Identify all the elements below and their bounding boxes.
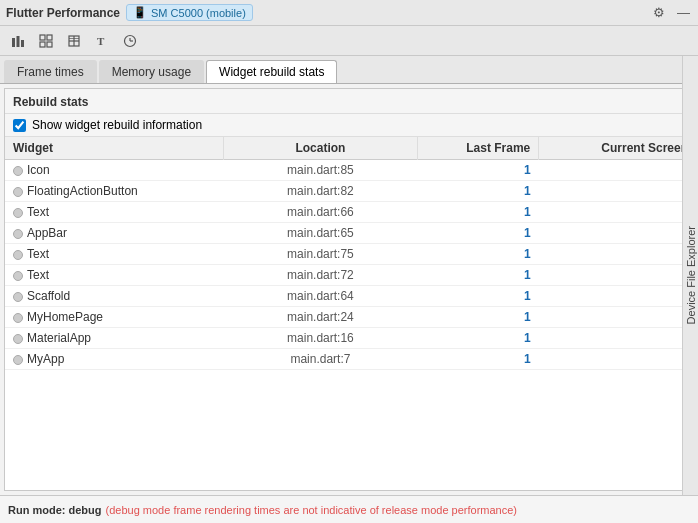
table-row: Icon main.dart:85 1 1 (5, 160, 697, 181)
toolbar: T (0, 26, 698, 56)
side-panel[interactable]: Device File Explorer (682, 56, 698, 495)
svg-rect-4 (47, 35, 52, 40)
device-name: SM C5000 (mobile) (151, 7, 246, 19)
current-screen-value: 1 (539, 265, 697, 286)
last-frame-value: 1 (417, 181, 538, 202)
svg-rect-2 (21, 40, 24, 47)
table-row: Text main.dart:66 1 1 (5, 202, 697, 223)
widget-location: main.dart:65 (223, 223, 417, 244)
table-row: Scaffold main.dart:64 1 1 (5, 286, 697, 307)
last-frame-value: 1 (417, 349, 538, 370)
widget-name: Scaffold (5, 286, 223, 307)
widget-location: main.dart:64 (223, 286, 417, 307)
widget-dot (13, 271, 23, 281)
tab-frame-times[interactable]: Frame times (4, 60, 97, 83)
table-row: Text main.dart:75 1 1 (5, 244, 697, 265)
current-screen-value: 1 (539, 244, 697, 265)
text-button[interactable]: T (90, 31, 114, 51)
widget-location: main.dart:72 (223, 265, 417, 286)
table-row: MaterialApp main.dart:16 1 1 (5, 328, 697, 349)
debug-warning: (debug mode frame rendering times are no… (106, 504, 518, 516)
current-screen-value: 1 (539, 349, 697, 370)
widget-dot (13, 292, 23, 302)
current-screen-value: 1 (539, 286, 697, 307)
widget-name: Text (5, 244, 223, 265)
widget-name: Text (5, 202, 223, 223)
rebuild-stats-header: Rebuild stats (5, 89, 697, 114)
widget-dot (13, 355, 23, 365)
widget-name: Text (5, 265, 223, 286)
show-rebuild-row: Show widget rebuild information (5, 114, 697, 137)
widget-name: MaterialApp (5, 328, 223, 349)
current-screen-value: 1 (539, 307, 697, 328)
bar-chart-button[interactable] (6, 31, 30, 51)
current-screen-value: 1 (539, 223, 697, 244)
svg-text:T: T (97, 35, 105, 47)
last-frame-value: 1 (417, 160, 538, 181)
widget-location: main.dart:85 (223, 160, 417, 181)
widget-name: AppBar (5, 223, 223, 244)
col-header-current-screen: Current Screen (539, 137, 697, 160)
last-frame-value: 1 (417, 223, 538, 244)
col-header-location: Location (223, 137, 417, 160)
show-rebuild-label: Show widget rebuild information (32, 118, 202, 132)
title-bar: Flutter Performance 📱 SM C5000 (mobile) … (0, 0, 698, 26)
current-screen-value: 1 (539, 202, 697, 223)
last-frame-value: 1 (417, 286, 538, 307)
grid-button[interactable] (62, 31, 86, 51)
side-panel-label: Device File Explorer (685, 226, 697, 324)
col-header-widget: Widget (5, 137, 223, 160)
current-screen-value: 1 (539, 160, 697, 181)
last-frame-value: 1 (417, 202, 538, 223)
last-frame-value: 1 (417, 307, 538, 328)
col-header-last-frame: Last Frame (417, 137, 538, 160)
widget-dot (13, 208, 23, 218)
table-row: FloatingActionButton main.dart:82 1 1 (5, 181, 697, 202)
phone-icon: 📱 (133, 6, 147, 19)
widget-dot (13, 334, 23, 344)
table-button[interactable] (34, 31, 58, 51)
rebuild-table: Widget Location Last Frame Current Scree… (5, 137, 697, 370)
show-rebuild-checkbox[interactable] (13, 119, 26, 132)
widget-dot (13, 313, 23, 323)
minimize-button[interactable]: — (675, 3, 692, 22)
widget-location: main.dart:24 (223, 307, 417, 328)
svg-rect-5 (40, 42, 45, 47)
table-row: AppBar main.dart:65 1 1 (5, 223, 697, 244)
tab-bar: Frame times Memory usage Widget rebuild … (0, 56, 698, 84)
widget-name: MyHomePage (5, 307, 223, 328)
table-row: MyHomePage main.dart:24 1 1 (5, 307, 697, 328)
widget-dot (13, 250, 23, 260)
last-frame-value: 1 (417, 328, 538, 349)
widget-name: MyApp (5, 349, 223, 370)
widget-dot (13, 229, 23, 239)
svg-rect-1 (17, 36, 20, 47)
clock-button[interactable] (118, 31, 142, 51)
current-screen-value: 1 (539, 328, 697, 349)
widget-dot (13, 166, 23, 176)
current-screen-value: 1 (539, 181, 697, 202)
svg-rect-0 (12, 38, 15, 47)
tab-memory-usage[interactable]: Memory usage (99, 60, 204, 83)
settings-button[interactable]: ⚙ (651, 3, 667, 22)
widget-name: Icon (5, 160, 223, 181)
table-row: Text main.dart:72 1 1 (5, 265, 697, 286)
widget-location: main.dart:16 (223, 328, 417, 349)
widget-name: FloatingActionButton (5, 181, 223, 202)
table-row: MyApp main.dart:7 1 1 (5, 349, 697, 370)
widget-location: main.dart:82 (223, 181, 417, 202)
tab-widget-rebuild-stats[interactable]: Widget rebuild stats (206, 60, 337, 83)
widget-location: main.dart:75 (223, 244, 417, 265)
run-mode-label: Run mode: debug (8, 504, 102, 516)
app-title: Flutter Performance (6, 6, 120, 20)
svg-rect-3 (40, 35, 45, 40)
device-badge: 📱 SM C5000 (mobile) (126, 4, 253, 21)
widget-dot (13, 187, 23, 197)
widget-location: main.dart:7 (223, 349, 417, 370)
svg-rect-6 (47, 42, 52, 47)
status-bar: Run mode: debug (debug mode frame render… (0, 495, 698, 523)
last-frame-value: 1 (417, 265, 538, 286)
widget-location: main.dart:66 (223, 202, 417, 223)
last-frame-value: 1 (417, 244, 538, 265)
